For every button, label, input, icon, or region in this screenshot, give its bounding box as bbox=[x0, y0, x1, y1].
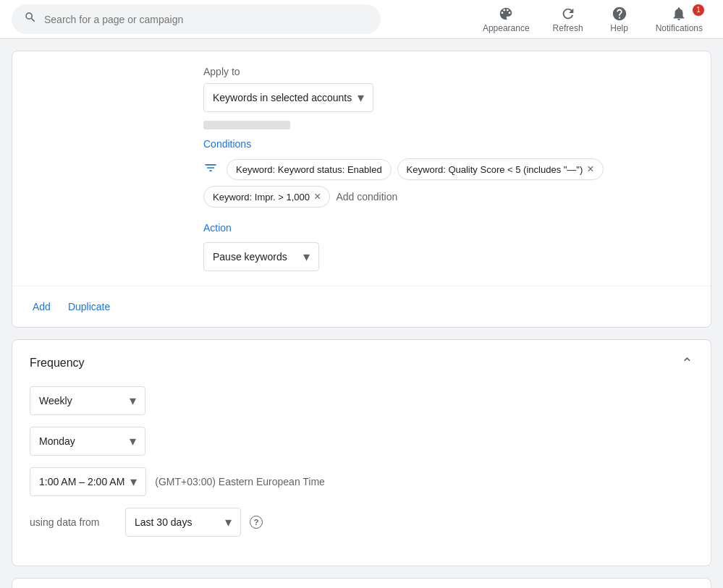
time-value: 1:00 AM – 2:00 AM bbox=[39, 476, 124, 487]
condition-chip-3-close[interactable]: × bbox=[314, 191, 321, 203]
notif-badge: 1 bbox=[693, 4, 704, 16]
frequency-collapse-button[interactable]: ⌃ bbox=[681, 354, 693, 372]
email-section-inner: Email results Every time this rule runs … bbox=[12, 579, 711, 588]
day-value: Monday bbox=[39, 435, 75, 447]
time-row: 1:00 AM – 2:00 AM ▾ (GMT+03:00) Eastern … bbox=[30, 467, 693, 496]
condition-chip-2-close[interactable]: × bbox=[587, 163, 593, 175]
frequency-body: Weekly ▾ Monday ▾ 1:00 AM – 2:00 AM ▾ (G… bbox=[12, 386, 711, 566]
rule-card: Apply to Keywords in selected accounts ▾… bbox=[12, 51, 711, 328]
apply-to-section: Apply to Keywords in selected accounts ▾… bbox=[203, 66, 693, 271]
frequency-title: Frequency bbox=[30, 357, 85, 370]
apply-to-arrow-icon: ▾ bbox=[358, 90, 364, 106]
frequency-header: Frequency ⌃ bbox=[12, 340, 711, 386]
time-dropdown[interactable]: 1:00 AM – 2:00 AM ▾ bbox=[30, 467, 146, 496]
frequency-section: Frequency ⌃ Weekly ▾ Monday ▾ 1:00 AM – … bbox=[12, 339, 711, 566]
conditions-header[interactable]: Conditions bbox=[203, 138, 693, 150]
appearance-button[interactable]: Appearance bbox=[474, 3, 538, 36]
refresh-label: Refresh bbox=[553, 23, 583, 33]
footer-left: Add Duplicate bbox=[30, 295, 113, 318]
day-row: Monday ▾ bbox=[30, 427, 693, 456]
blurred-placeholder bbox=[203, 121, 290, 129]
duplicate-button[interactable]: Duplicate bbox=[65, 295, 113, 318]
help-circle-icon[interactable]: ? bbox=[250, 516, 263, 529]
rule-card-footer: Add Duplicate bbox=[12, 286, 711, 327]
data-range-dropdown[interactable]: Last 30 days ▾ bbox=[125, 508, 241, 537]
action-arrow-icon: ▾ bbox=[303, 249, 310, 265]
email-results-section: Email results Every time this rule runs … bbox=[12, 578, 711, 588]
action-dropdown[interactable]: Pause keywords ▾ bbox=[203, 242, 319, 271]
frequency-arrow-icon: ▾ bbox=[130, 393, 136, 409]
notifications-label: Notifications bbox=[656, 23, 703, 33]
rule-card-inner: Apply to Keywords in selected accounts ▾… bbox=[12, 51, 711, 286]
add-button[interactable]: Add bbox=[30, 295, 54, 318]
day-dropdown[interactable]: Monday ▾ bbox=[30, 427, 145, 456]
search-bar[interactable] bbox=[12, 4, 381, 34]
time-arrow-icon: ▾ bbox=[130, 474, 137, 490]
filter-icon bbox=[203, 161, 218, 179]
add-condition-button[interactable]: Add condition bbox=[336, 191, 397, 203]
help-button[interactable]: Help bbox=[598, 3, 641, 36]
action-label[interactable]: Action bbox=[203, 222, 693, 234]
condition-chip-3-text: Keyword: Impr. > 1,000 bbox=[213, 192, 310, 203]
apply-to-value: Keywords in selected accounts bbox=[213, 92, 352, 103]
data-range-row: using data from Last 30 days ▾ ? bbox=[30, 508, 693, 537]
action-value: Pause keywords bbox=[213, 251, 287, 263]
appearance-label: Appearance bbox=[483, 23, 530, 33]
condition-chip-2[interactable]: Keyword: Quality Score < 5 (includes "—"… bbox=[397, 158, 604, 180]
frequency-row: Weekly ▾ bbox=[30, 386, 693, 415]
using-data-from-label: using data from bbox=[30, 516, 117, 528]
help-label: Help bbox=[610, 23, 628, 33]
frequency-value: Weekly bbox=[39, 395, 72, 406]
condition-chip-3[interactable]: Keyword: Impr. > 1,000 × bbox=[203, 186, 330, 208]
conditions-section: Conditions Keyword: Keyword status: Enab… bbox=[203, 138, 693, 208]
search-input[interactable] bbox=[44, 14, 368, 25]
top-nav: Appearance Refresh Help 1 Notifications bbox=[0, 0, 723, 39]
data-range-value: Last 30 days bbox=[135, 516, 192, 528]
condition-chip-2-text: Keyword: Quality Score < 5 (includes "—"… bbox=[407, 164, 583, 175]
notifications-button[interactable]: 1 Notifications bbox=[647, 3, 711, 36]
data-range-arrow-icon: ▾ bbox=[225, 514, 232, 530]
condition-chip-1-text: Keyword: Keyword status: Enabled bbox=[236, 164, 382, 175]
search-icon bbox=[24, 11, 37, 27]
conditions-row: Keyword: Keyword status: Enabled Keyword… bbox=[203, 158, 693, 208]
apply-to-label: Apply to bbox=[203, 66, 693, 77]
day-arrow-icon: ▾ bbox=[130, 433, 136, 449]
main-content: Apply to Keywords in selected accounts ▾… bbox=[0, 51, 723, 588]
frequency-dropdown[interactable]: Weekly ▾ bbox=[30, 386, 145, 415]
refresh-button[interactable]: Refresh bbox=[544, 3, 592, 36]
action-section: Action Pause keywords ▾ bbox=[203, 222, 693, 271]
timezone-label: (GMT+03:00) Eastern European Time bbox=[155, 476, 325, 487]
apply-to-dropdown[interactable]: Keywords in selected accounts ▾ bbox=[203, 83, 373, 112]
condition-chip-1[interactable]: Keyword: Keyword status: Enabled bbox=[227, 159, 392, 180]
